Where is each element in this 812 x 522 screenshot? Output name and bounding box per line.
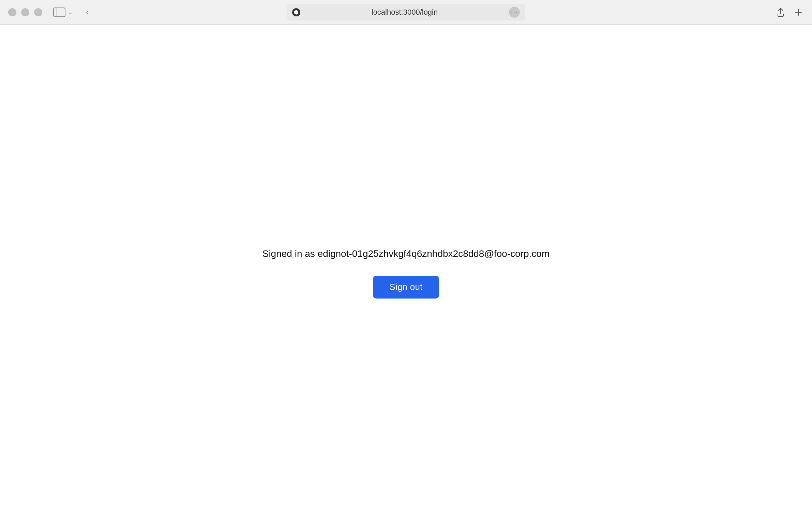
plus-icon xyxy=(794,8,802,16)
chevron-down-icon: ⌄ xyxy=(67,8,74,17)
traffic-lights xyxy=(8,8,42,16)
sidebar-toggle[interactable]: ⌄ xyxy=(53,8,74,17)
back-button[interactable]: ‹ xyxy=(82,7,93,18)
center-panel: Signed in as edignot-01g25zhvkgf4q6znhdb… xyxy=(262,248,550,299)
site-logo-icon xyxy=(294,10,299,15)
share-button[interactable] xyxy=(775,7,786,18)
share-icon xyxy=(777,8,784,17)
signed-in-status: Signed in as edignot-01g25zhvkgf4q6znhdb… xyxy=(262,248,550,259)
browser-actions xyxy=(775,7,804,18)
traffic-light-maximize[interactable] xyxy=(34,8,42,16)
sign-out-button[interactable]: Sign out xyxy=(373,276,439,299)
more-options-button[interactable]: ··· xyxy=(509,7,520,18)
site-icon xyxy=(292,8,300,16)
new-tab-button[interactable] xyxy=(793,7,804,18)
browser-chrome: ⌄ ‹ localhost:3000/login ··· xyxy=(0,0,812,25)
traffic-light-minimize[interactable] xyxy=(21,8,29,16)
traffic-light-close[interactable] xyxy=(8,8,16,16)
address-text: localhost:3000/login xyxy=(304,8,506,17)
sidebar-icon xyxy=(53,8,65,17)
address-bar[interactable]: localhost:3000/login ··· xyxy=(287,4,525,20)
page-content: Signed in as edignot-01g25zhvkgf4q6znhdb… xyxy=(0,25,812,522)
address-bar-wrapper: localhost:3000/login ··· xyxy=(287,4,525,20)
